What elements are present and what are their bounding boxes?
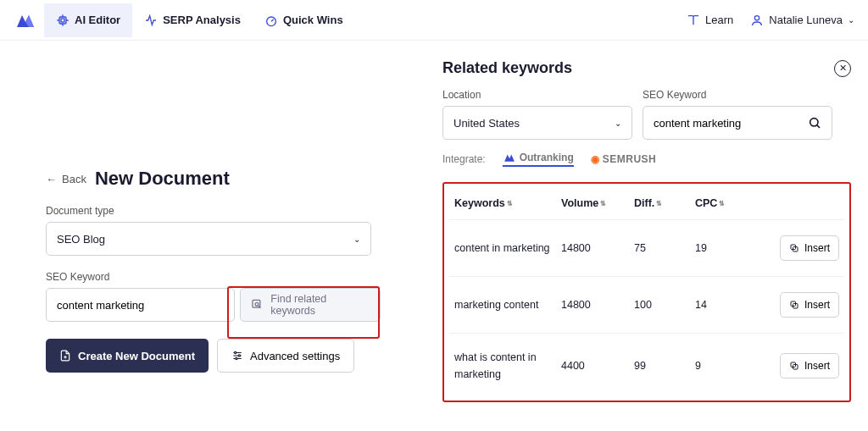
seo-keyword-label: SEO Keyword (643, 89, 832, 101)
create-btn-label: Create New Document (78, 350, 195, 362)
svg-point-8 (236, 357, 237, 359)
book-icon (687, 14, 700, 27)
sort-icon: ⇅ (719, 201, 725, 207)
table-row: what is content in marketing 4400 99 9 I… (449, 333, 844, 398)
cell-volume: 4400 (561, 360, 629, 372)
top-nav: AI Editor SERP Analysis Quick Wins Learn… (0, 0, 868, 41)
panel-title: Related keywords (442, 59, 572, 77)
location-label: Location (442, 89, 632, 101)
semrush-logo-icon: ◉ (591, 153, 599, 165)
table-row: marketing content 14800 100 14 Insert (449, 276, 844, 333)
app-logo (14, 8, 37, 32)
user-menu[interactable]: Natalie Luneva ⌄ (750, 14, 854, 27)
col-diff[interactable]: Diff.⇅ (634, 197, 690, 209)
learn-label: Learn (705, 14, 733, 26)
right-panel: Related keywords ✕ Location United State… (434, 41, 868, 431)
svg-point-7 (238, 355, 240, 356)
seo-keyword-input[interactable] (654, 117, 808, 130)
integration-semrush[interactable]: ◉ SEMRUSH (591, 153, 657, 165)
cell-cpc: 19 (695, 242, 748, 254)
cell-diff: 75 (634, 242, 690, 254)
seo-keyword-input[interactable] (46, 288, 235, 322)
cell-volume: 14800 (561, 242, 629, 254)
svg-point-2 (267, 17, 276, 26)
copy-icon (789, 243, 799, 253)
gauge-icon (264, 14, 278, 27)
sort-icon: ⇅ (507, 201, 513, 207)
location-select[interactable]: United States ⌄ (442, 106, 632, 140)
svg-rect-1 (61, 19, 64, 22)
find-btn-label: Find related keywords (270, 293, 370, 317)
chevron-down-icon: ⌄ (353, 235, 360, 244)
left-panel: ← Back New Document Document type SEO Bl… (0, 41, 434, 431)
nav-tabs: AI Editor SERP Analysis Quick Wins (44, 3, 355, 37)
page-title: New Document (95, 168, 230, 190)
copy-icon (789, 361, 799, 371)
svg-point-9 (810, 119, 818, 126)
keywords-table: Keywords⇅ Volume⇅ Diff.⇅ CPC⇅ content in… (442, 182, 851, 402)
outranking-logo-icon (503, 152, 516, 163)
cell-keyword: what is content in marketing (454, 349, 556, 383)
advanced-btn-label: Advanced settings (250, 350, 340, 362)
svg-point-5 (255, 302, 259, 306)
cell-diff: 100 (634, 299, 690, 311)
cell-keyword: content in marketing (454, 240, 556, 257)
svg-point-3 (755, 15, 760, 19)
col-volume[interactable]: Volume⇅ (561, 197, 629, 209)
doc-type-value: SEO Blog (57, 233, 105, 246)
user-name: Natalie Luneva (769, 14, 843, 26)
sort-icon: ⇅ (656, 201, 662, 207)
chevron-down-icon: ⌄ (848, 15, 854, 25)
insert-label: Insert (804, 242, 830, 254)
integration-label: Outranking (520, 152, 574, 163)
integrate-label: Integrate: (442, 153, 486, 165)
cpu-icon (56, 14, 70, 27)
cell-cpc: 14 (695, 299, 748, 311)
create-document-button[interactable]: Create New Document (46, 339, 209, 373)
chevron-down-icon: ⌄ (615, 119, 621, 128)
back-link[interactable]: ← Back (46, 173, 86, 185)
user-icon (750, 14, 764, 27)
col-cpc[interactable]: CPC⇅ (695, 197, 748, 209)
advanced-settings-button[interactable]: Advanced settings (217, 339, 354, 373)
cell-cpc: 9 (695, 360, 748, 372)
cell-diff: 99 (634, 360, 690, 372)
sort-icon: ⇅ (600, 201, 606, 207)
insert-label: Insert (804, 299, 830, 311)
seo-keyword-label: SEO Keyword (46, 271, 410, 283)
svg-point-6 (234, 351, 236, 353)
seo-keyword-search[interactable] (643, 106, 832, 140)
integration-label: SEMRUSH (603, 153, 657, 165)
close-icon: ✕ (839, 63, 847, 74)
back-label: Back (62, 173, 86, 185)
insert-button[interactable]: Insert (780, 292, 839, 318)
integration-outranking[interactable]: Outranking (503, 152, 574, 167)
tab-serp-analysis[interactable]: SERP Analysis (132, 3, 253, 37)
arrow-left-icon: ← (46, 173, 57, 185)
activity-icon (144, 14, 158, 27)
integrate-row: Integrate: Outranking ◉ SEMRUSH (442, 152, 851, 167)
location-value: United States (453, 117, 520, 130)
search-list-icon (251, 298, 264, 312)
sliders-icon (231, 350, 243, 362)
find-related-keywords-button[interactable]: Find related keywords (240, 288, 381, 322)
tab-label: AI Editor (75, 14, 120, 26)
insert-button[interactable]: Insert (780, 235, 839, 261)
doc-type-select[interactable]: SEO Blog ⌄ (46, 222, 371, 256)
table-header: Keywords⇅ Volume⇅ Diff.⇅ CPC⇅ (449, 192, 844, 219)
insert-label: Insert (804, 360, 830, 372)
learn-link[interactable]: Learn (687, 14, 733, 27)
tab-label: Quick Wins (283, 14, 343, 26)
copy-icon (789, 300, 799, 310)
svg-rect-0 (59, 17, 66, 24)
insert-button[interactable]: Insert (780, 353, 839, 379)
tab-quick-wins[interactable]: Quick Wins (253, 3, 355, 37)
search-icon[interactable] (808, 116, 821, 130)
cell-keyword: marketing content (454, 296, 556, 313)
table-row: content in marketing 14800 75 19 Insert (449, 219, 844, 276)
tab-ai-editor[interactable]: AI Editor (44, 3, 132, 37)
col-keywords[interactable]: Keywords⇅ (454, 197, 556, 209)
doc-type-label: Document type (46, 205, 410, 217)
close-button[interactable]: ✕ (834, 60, 851, 77)
tab-label: SERP Analysis (163, 14, 241, 26)
